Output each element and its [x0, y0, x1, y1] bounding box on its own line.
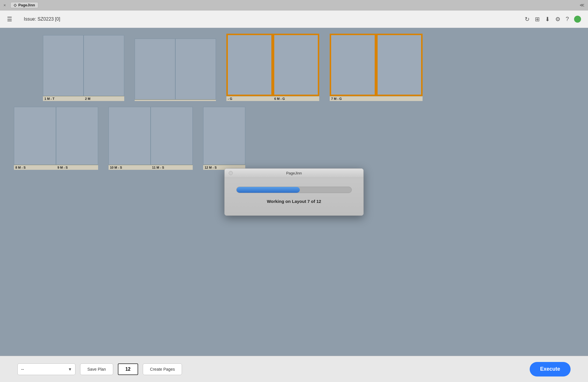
modal-title-bar: PageJinn [225, 169, 363, 178]
status-dot [574, 16, 581, 23]
menu-icon[interactable]: ≪ [580, 2, 585, 8]
close-icon[interactable]: × [3, 3, 8, 8]
grid-icon[interactable]: ⊞ [535, 16, 540, 23]
modal-close-button[interactable] [229, 171, 233, 175]
footer: -- ▼ Save Plan Create Pages Execute [0, 356, 588, 382]
modal-dialog: PageJinn Working on Layout 7 of 12 [224, 168, 364, 216]
title-bar: × ◇ PageJinn ≪ [0, 0, 588, 10]
progress-bar-fill [237, 187, 300, 193]
app-name-label: PageJinn [18, 3, 35, 7]
modal-body: Working on Layout 7 of 12 [225, 178, 363, 215]
app-tab[interactable]: ◇ PageJinn [10, 2, 38, 8]
settings-icon[interactable]: ⚙ [555, 16, 560, 23]
progress-bar-track [236, 187, 352, 193]
toolbar-icons: ↻ ⊞ ⬇ ⚙ ? [525, 16, 581, 23]
page-count-input[interactable] [118, 363, 138, 375]
dropdown-wrapper: -- ▼ [17, 363, 75, 375]
canvas-area: 1 M - T 2 M - G 6 M - G [0, 28, 588, 356]
app-diamond-icon: ◇ [14, 3, 17, 7]
issue-title: Issue: SZ0223 [0] [24, 17, 519, 22]
hamburger-icon[interactable]: ☰ [7, 16, 12, 23]
title-bar-right: ≪ [580, 2, 585, 8]
modal-overlay: PageJinn Working on Layout 7 of 12 [0, 28, 588, 356]
title-bar-left: × ◇ PageJinn [3, 2, 38, 8]
save-plan-button[interactable]: Save Plan [80, 363, 113, 375]
help-icon[interactable]: ? [566, 16, 569, 22]
refresh-icon[interactable]: ↻ [525, 16, 530, 23]
footer-left: -- ▼ Save Plan Create Pages [17, 363, 182, 375]
plan-dropdown[interactable]: -- [17, 363, 75, 375]
download-icon[interactable]: ⬇ [545, 16, 550, 23]
create-pages-button[interactable]: Create Pages [143, 363, 182, 375]
toolbar: ☰ Issue: SZ0223 [0] ↻ ⊞ ⬇ ⚙ ? [0, 10, 588, 28]
modal-title-text: PageJinn [236, 171, 352, 175]
execute-button[interactable]: Execute [530, 362, 571, 376]
modal-status-text: Working on Layout 7 of 12 [267, 199, 321, 204]
